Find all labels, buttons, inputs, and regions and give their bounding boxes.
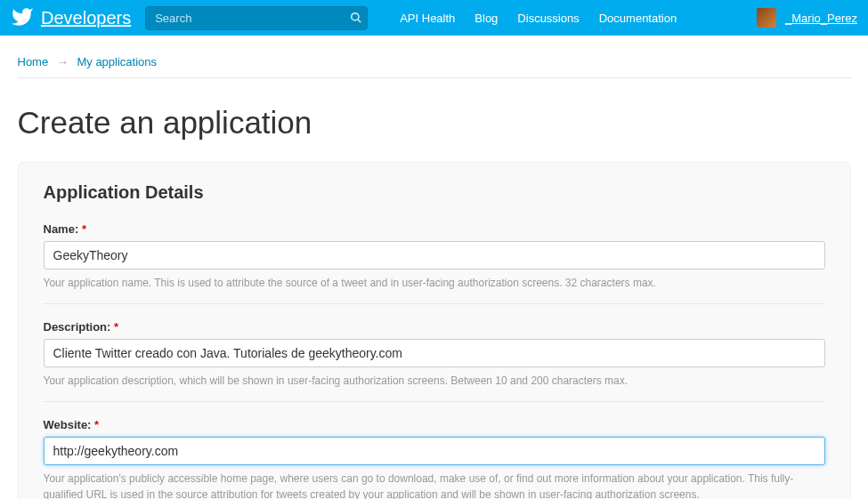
- search-input[interactable]: [145, 6, 368, 30]
- svg-line-1: [358, 20, 361, 23]
- search-button[interactable]: [350, 12, 362, 24]
- name-input[interactable]: [44, 241, 825, 270]
- page-title: Create an application: [18, 105, 851, 141]
- topbar-left: Developers API Health Blog Discussions D…: [11, 5, 677, 31]
- required-marker: *: [82, 222, 86, 236]
- twitter-bird-icon[interactable]: [11, 5, 34, 31]
- username-link[interactable]: _Mario_Perez: [785, 12, 857, 25]
- required-marker: *: [114, 320, 118, 334]
- website-label: Website: *: [44, 418, 825, 431]
- field-website: Website: * Your application's publicly a…: [44, 418, 825, 499]
- avatar[interactable]: [757, 8, 776, 28]
- website-label-text: Website:: [44, 418, 92, 431]
- field-description: Description: * Your application descript…: [44, 320, 825, 389]
- website-input[interactable]: [44, 437, 825, 465]
- required-marker: *: [94, 418, 99, 431]
- panel-heading: Application Details: [44, 182, 825, 203]
- topbar-right: _Mario_Perez: [757, 8, 857, 28]
- field-name: Name: * Your application name. This is u…: [44, 222, 825, 291]
- search-icon: [350, 12, 362, 24]
- container: Home → My applications Create an applica…: [7, 36, 862, 499]
- svg-point-0: [352, 13, 359, 20]
- nav-documentation[interactable]: Documentation: [599, 12, 677, 25]
- application-details-panel: Application Details Name: * Your applica…: [18, 162, 851, 499]
- nav-discussions[interactable]: Discussions: [517, 12, 579, 25]
- website-help-1: Your application's publicly accessible h…: [44, 471, 825, 499]
- description-label: Description: *: [44, 320, 825, 334]
- main-nav: API Health Blog Discussions Documentatio…: [400, 12, 677, 25]
- search-box: [145, 6, 368, 30]
- separator: [44, 401, 825, 402]
- brand-link[interactable]: Developers: [41, 8, 131, 28]
- breadcrumb: Home → My applications: [18, 36, 851, 78]
- breadcrumb-my-applications[interactable]: My applications: [77, 55, 157, 68]
- nav-blog[interactable]: Blog: [475, 12, 498, 25]
- description-input[interactable]: [44, 339, 825, 367]
- separator: [44, 303, 825, 304]
- nav-api-health[interactable]: API Health: [400, 12, 455, 25]
- breadcrumb-home[interactable]: Home: [18, 55, 49, 68]
- description-help: Your application description, which will…: [44, 373, 825, 389]
- name-help: Your application name. This is used to a…: [44, 275, 825, 291]
- topbar: Developers API Health Blog Discussions D…: [0, 0, 868, 36]
- name-label: Name: *: [44, 222, 825, 236]
- breadcrumb-arrow-icon: →: [57, 55, 69, 68]
- description-label-text: Description:: [44, 320, 111, 334]
- name-label-text: Name:: [44, 222, 79, 236]
